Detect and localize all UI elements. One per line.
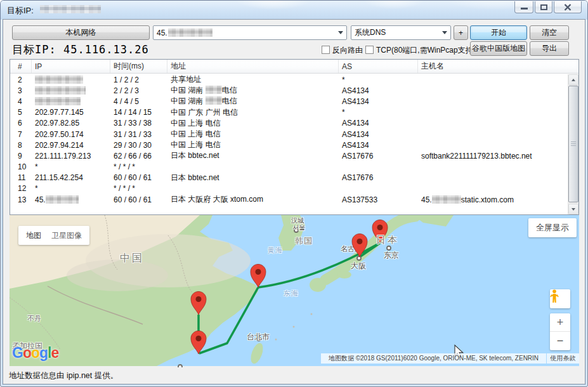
map-label-china: 中国 xyxy=(120,252,144,265)
zoom-out-button[interactable]: − xyxy=(550,332,570,350)
map-label-osaka: 大阪 xyxy=(351,261,366,272)
tcp-label[interactable]: TCP(80端口,需WinPcap支持) xyxy=(376,45,476,56)
add-dns-button[interactable]: + xyxy=(454,25,468,40)
chevron-down-icon xyxy=(442,31,447,34)
chevron-down-icon xyxy=(338,31,343,34)
header-hop[interactable]: # xyxy=(10,60,32,73)
table-row[interactable]: 4 4 / 4 / 5 中国 湖南 电信 AS4134 xyxy=(10,96,568,107)
header-ip[interactable]: IP xyxy=(32,60,110,73)
target-ip-combobox[interactable]: 45. xyxy=(153,25,347,40)
reverse-route-label[interactable]: 反向路由 xyxy=(332,45,363,56)
clear-button[interactable]: 清空 xyxy=(530,25,569,40)
map-type-map-button[interactable]: 地图 xyxy=(21,230,46,241)
redacted-city xyxy=(206,86,222,94)
table-row[interactable]: 2 1 / 2 / 2 共享地址 * xyxy=(10,74,568,85)
table-row[interactable]: 13 45. 60 / 60 / 61 日本 大阪府 大阪 xtom.com A… xyxy=(10,194,568,205)
map-label-yellow-sea: 黄海 xyxy=(268,246,283,255)
target-ip-label: 目标IP: 45.116.13.26 xyxy=(12,43,149,57)
map-zoom-control: + − xyxy=(550,313,570,350)
google-china-map-button[interactable]: 谷歌中国版地图 xyxy=(470,41,527,56)
map-type-satellite-button[interactable]: 卫星图像 xyxy=(46,230,87,241)
table-row[interactable]: 6 202.97.82.85 31 / 33 / 38 中国 上海 电信 AS4… xyxy=(10,118,568,129)
zoom-in-button[interactable]: + xyxy=(550,313,570,332)
table-row[interactable]: 5 202.97.77.145 14 / 14 / 15 中国 广东 广州 电信… xyxy=(10,107,568,118)
traceroute-table: # IP 时间(ms) 地址 AS 主机名 2 1 / 2 / 2 共享地址 *… xyxy=(10,59,579,215)
minimize-button[interactable] xyxy=(514,1,533,13)
fullscreen-button[interactable]: 全屏显示 xyxy=(528,218,577,237)
map-label-seoul-kr: 서울 xyxy=(292,223,305,232)
start-button[interactable]: 开始 xyxy=(470,25,527,40)
redacted-host xyxy=(432,195,461,204)
table-row[interactable]: 12 * * / * / * xyxy=(10,183,568,194)
table-row[interactable]: 8 202.97.94.214 29 / 30 / 30 中国 上海 电信 AS… xyxy=(10,140,568,150)
scroll-up-button[interactable] xyxy=(568,74,578,85)
route-map[interactable]: 中国 韩国 黄海 东海 日本 东京 大阪 名古屋 台北市 不丹 孟加拉国 汉城 … xyxy=(10,215,579,367)
map-label-taipei: 台北市 xyxy=(247,332,270,343)
table-body: 2 1 / 2 / 2 共享地址 * 3 2 / 2 / 3 中国 湖南 电信 … xyxy=(10,74,568,214)
redacted-target-ip xyxy=(40,5,101,13)
export-button[interactable]: 导出 xyxy=(530,41,569,56)
redacted-ip-input xyxy=(168,29,212,37)
header-hostname[interactable]: 主机名 xyxy=(418,60,578,73)
scrollbar-thumb[interactable] xyxy=(568,86,578,202)
combo-dropdown-button[interactable] xyxy=(335,27,346,39)
header-address[interactable]: 地址 xyxy=(167,60,339,73)
table-row[interactable]: 11 211.15.42.254 60 / 60 / 61 日本 bbtec.n… xyxy=(10,173,568,183)
route-marker-icons xyxy=(191,220,388,355)
pegman-button[interactable] xyxy=(550,289,570,308)
map-label-east-sea: 东海 xyxy=(284,289,299,298)
dns-combobox[interactable]: 系统DNS xyxy=(351,25,451,40)
map-attribution: 地图数据 ©2018 GS(2011)6020 Google, ORION-ME… xyxy=(321,353,546,364)
reverse-route-checkbox[interactable] xyxy=(322,46,330,54)
header-as[interactable]: AS xyxy=(339,60,418,73)
status-bar: 地址数据信息由 ipip.net 提供。 xyxy=(3,366,585,384)
redacted-ip xyxy=(35,97,81,105)
terms-of-use-link[interactable]: 使用条款 xyxy=(547,353,579,364)
table-row[interactable]: 7 202.97.50.174 31 / 31 / 33 中国 上海 电信 AS… xyxy=(10,129,568,140)
minimize-icon xyxy=(521,8,528,10)
redacted-city xyxy=(206,96,222,105)
client-area: 本机网络 45. 系统DNS + 开始 清空 目标IP: 45.116.13.2… xyxy=(3,19,585,384)
table-header: # IP 时间(ms) 地址 AS 主机名 xyxy=(10,60,578,74)
redacted-ip xyxy=(46,195,79,204)
thumb-grip-icon xyxy=(571,141,576,146)
local-network-button[interactable]: 本机网络 xyxy=(12,25,150,40)
header-time[interactable]: 时间(ms) xyxy=(110,60,167,73)
window-title: 目标IP: xyxy=(7,5,34,16)
maximize-button[interactable] xyxy=(535,1,552,13)
table-scrollbar[interactable] xyxy=(568,74,578,214)
map-type-control: 地图 卫星图像 xyxy=(18,226,89,245)
redacted-ip xyxy=(35,86,86,95)
app-window: 目标IP: 本机网络 45. 系统DNS + xyxy=(0,0,588,387)
map-label-korea: 韩国 xyxy=(295,235,313,247)
map-label-bhutan: 不丹 xyxy=(27,314,41,324)
table-row[interactable]: 10 * * / * / * xyxy=(10,162,568,173)
scroll-down-button[interactable] xyxy=(568,204,578,214)
map-label-tokyo: 东京 xyxy=(384,250,399,261)
table-row[interactable]: 3 2 / 2 / 3 中国 湖南 电信 AS4134 xyxy=(10,85,568,96)
combo-dropdown-button[interactable] xyxy=(439,27,450,39)
arrow-down-icon xyxy=(572,208,575,211)
maximize-icon xyxy=(540,4,547,10)
status-text: 地址数据信息由 ipip.net 提供。 xyxy=(9,371,118,381)
close-button[interactable] xyxy=(554,1,582,13)
close-icon xyxy=(564,4,572,11)
table-row[interactable]: 9 221.111.179.213 62 / 66 / 66 日本 bbtec.… xyxy=(10,150,568,161)
map-label-japan: 日本 xyxy=(376,234,399,246)
google-logo[interactable]: Google xyxy=(12,344,58,362)
redacted-ip xyxy=(35,75,83,84)
arrow-up-icon xyxy=(572,79,575,81)
tcp-checkbox[interactable] xyxy=(365,46,374,54)
title-bar[interactable]: 目标IP: xyxy=(1,1,587,20)
pegman-icon xyxy=(550,289,559,303)
